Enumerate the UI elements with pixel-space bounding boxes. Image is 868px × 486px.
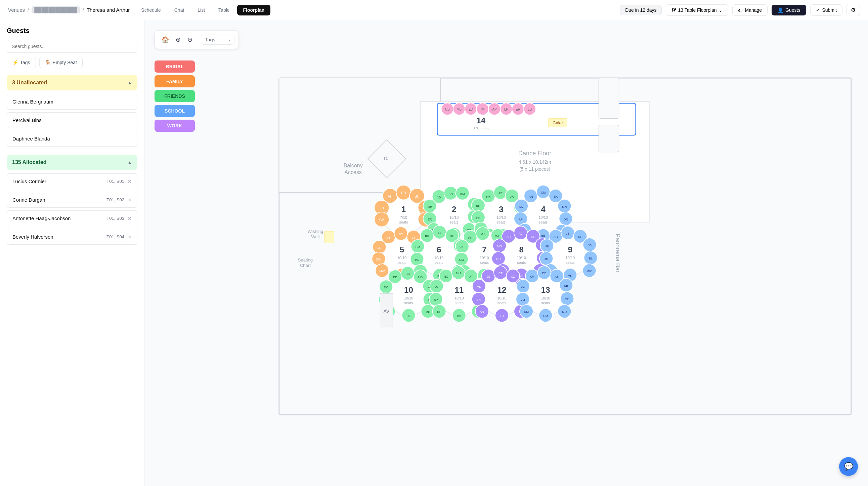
list-item[interactable]: Daphnee Blanda <box>7 131 137 147</box>
tab-schedule[interactable]: Schedule <box>135 5 166 16</box>
svg-text:DM: DM <box>524 310 529 313</box>
dj-label: DJ <box>384 156 390 161</box>
svg-text:CD: CD <box>401 191 406 195</box>
seat-label: MB <box>457 108 462 111</box>
search-input[interactable] <box>7 40 137 53</box>
svg-text:MD: MD <box>565 298 569 301</box>
allocated-section-header[interactable]: 135 Allocated ▲ <box>7 155 137 170</box>
svg-text:HE: HE <box>406 314 411 317</box>
svg-text:BP: BP <box>434 298 438 302</box>
check-icon: ✓ <box>816 7 820 13</box>
svg-text:PK: PK <box>468 236 472 239</box>
wishing-well-label: Wishing <box>308 229 323 234</box>
guests-button[interactable]: 👤 Guests <box>772 5 806 16</box>
svg-text:LJ: LJ <box>438 231 441 235</box>
table-14-label: 14 <box>476 116 486 125</box>
dance-floor-pieces: (5 x 11 pieces) <box>519 166 550 172</box>
remove-button[interactable]: ✕ <box>128 197 132 203</box>
tag-family[interactable]: FAMILY <box>155 75 195 87</box>
guest-name: Daphnee Blanda <box>12 136 50 142</box>
tags-filter-label: Tags <box>20 60 30 65</box>
svg-text:WK: WK <box>587 270 592 273</box>
tag-friends[interactable]: FRIENDS <box>155 90 195 102</box>
svg-text:VS: VS <box>477 285 481 288</box>
tab-chat[interactable]: Chat <box>168 5 190 16</box>
tab-floorplan[interactable]: Floorplan <box>237 5 271 16</box>
sidebar-title: Guests <box>7 27 137 35</box>
svg-text:DT: DT <box>386 236 390 239</box>
home-button[interactable]: 🏠 <box>159 33 172 46</box>
svg-text:VK: VK <box>568 274 572 277</box>
breadcrumb-current: Theresa and Arthur <box>87 7 130 13</box>
tag-school[interactable]: SCHOOL <box>155 105 195 117</box>
tags-wrapper: Tags <box>201 35 235 45</box>
svg-text:JD: JD <box>588 244 592 247</box>
chat-bubble-button[interactable]: 💬 <box>839 457 858 476</box>
tab-list[interactable]: List <box>191 5 211 16</box>
zoom-in-icon: ⊕ <box>176 36 181 43</box>
svg-rect-312 <box>324 231 334 243</box>
zoom-in-button[interactable]: ⊕ <box>173 33 183 46</box>
tags-dropdown[interactable]: Tags <box>201 35 235 45</box>
svg-text:EW: EW <box>376 258 381 261</box>
tag-work[interactable]: WORK <box>155 120 195 132</box>
svg-text:ES: ES <box>476 216 480 220</box>
breadcrumb-venues[interactable]: Venues <box>8 7 25 13</box>
svg-text:seats: seats <box>399 220 408 224</box>
list-item[interactable]: Beverly Halvorson T01, S04 ✕ <box>7 229 137 245</box>
svg-text:DR: DR <box>564 218 568 221</box>
list-item[interactable]: Antonette Haag-Jacobson T01, S03 ✕ <box>7 210 137 226</box>
guest-name: Lucius Cormier <box>12 179 46 184</box>
settings-button[interactable]: ⚙ <box>846 4 860 16</box>
list-item[interactable]: Corine Durgan T01, S02 ✕ <box>7 192 137 208</box>
tags-filter-button[interactable]: ⚡ Tags <box>7 57 36 68</box>
svg-text:JC: JC <box>521 285 525 288</box>
tab-table[interactable]: Table <box>212 5 236 16</box>
svg-text:BV: BV <box>457 314 461 317</box>
dance-floor-dims: 4.61 x 10.142m <box>519 160 551 165</box>
svg-text:BB: BB <box>393 276 397 279</box>
list-item[interactable]: Lucius Cormier T01, S01 ✕ <box>7 174 137 189</box>
svg-text:AB: AB <box>555 275 559 278</box>
guests-label: Guests <box>785 7 800 13</box>
list-item[interactable]: Glenna Bergnaum <box>7 94 137 110</box>
guest-name: Antonette Haag-Jacobson <box>12 215 70 221</box>
seat-label: T01, S02 <box>106 197 124 202</box>
remove-button[interactable]: ✕ <box>128 179 132 184</box>
list-item[interactable]: Percival Bins <box>7 112 137 128</box>
svg-text:CB: CB <box>405 272 410 276</box>
main-content: Guests ⚡ Tags 🪑 Empty Seat 3 Unallocated… <box>0 20 868 486</box>
svg-text:AR: AR <box>498 191 503 195</box>
floorplan-selector-button[interactable]: 🗺 13 Table Floorplan ⌄ <box>666 4 728 16</box>
zoom-out-button[interactable]: ⊖ <box>185 33 195 46</box>
floorplan-svg: Dance Floor 4.61 x 10.142m (5 x 11 piece… <box>145 20 868 486</box>
svg-text:MR: MR <box>428 205 432 208</box>
unallocated-chevron-icon: ▲ <box>127 80 132 85</box>
top-navigation: Venues / ████████████ / Theresa and Arth… <box>0 0 868 20</box>
home-icon: 🏠 <box>162 36 169 43</box>
svg-text:MD: MD <box>562 310 567 313</box>
svg-text:RH: RH <box>496 257 500 261</box>
unallocated-section-header[interactable]: 3 Unallocated ▲ <box>7 75 137 90</box>
manage-label: Manage <box>745 7 762 13</box>
remove-button[interactable]: ✕ <box>128 216 132 221</box>
submit-button[interactable]: ✓ Submit <box>810 4 842 16</box>
tag-bridal[interactable]: BRIDAL <box>155 61 195 72</box>
manage-button[interactable]: 🏷 Manage <box>732 4 768 16</box>
seat-icon: 🪑 <box>45 60 51 65</box>
seat-label: T01, S01 <box>106 179 124 184</box>
svg-text:LS: LS <box>412 236 415 239</box>
svg-rect-314 <box>599 78 619 118</box>
svg-text:BH: BH <box>415 194 420 198</box>
svg-text:10/10: 10/10 <box>434 256 444 260</box>
seat-label: LS <box>528 108 532 111</box>
remove-button[interactable]: ✕ <box>128 234 132 240</box>
guest-name: Percival Bins <box>12 117 42 123</box>
svg-text:10/10: 10/10 <box>450 215 459 219</box>
svg-text:AD: AD <box>506 235 511 239</box>
seating-chart-label2: Chart <box>300 263 311 268</box>
submit-label: Submit <box>822 7 837 13</box>
empty-seat-filter-button[interactable]: 🪑 Empty Seat <box>39 57 83 68</box>
svg-text:SR: SR <box>477 298 481 302</box>
svg-text:JR: JR <box>510 195 514 198</box>
